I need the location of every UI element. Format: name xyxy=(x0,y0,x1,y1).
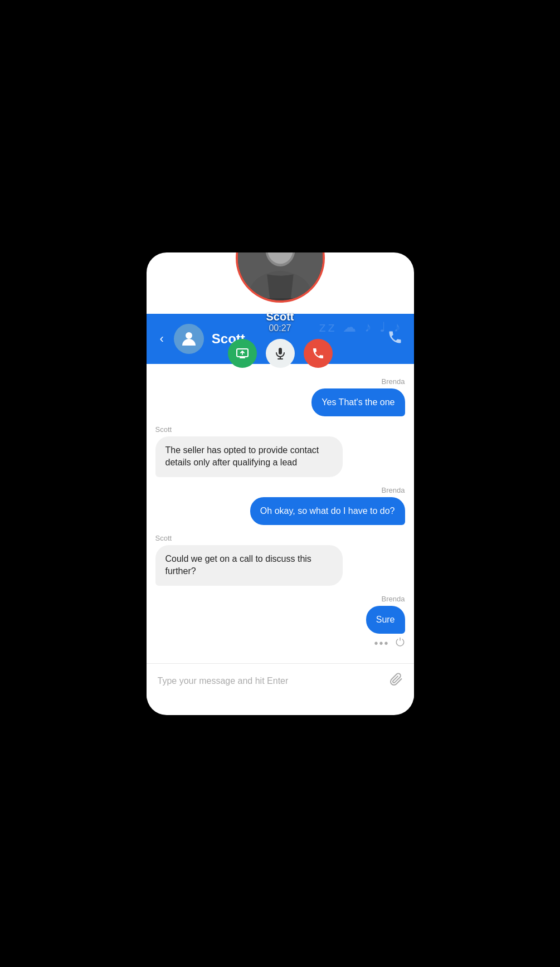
caller-name: Scott xyxy=(266,310,294,323)
screen-share-button[interactable] xyxy=(228,339,257,368)
svg-point-7 xyxy=(186,332,192,339)
caller-silhouette xyxy=(238,252,323,300)
message-bubble: Sure xyxy=(366,606,405,634)
message-sender: Brenda xyxy=(382,595,405,603)
power-icon[interactable] xyxy=(395,637,405,650)
message-sender: Scott xyxy=(155,534,172,542)
end-call-button[interactable] xyxy=(304,339,333,368)
message-bubble: Yes That's the one xyxy=(311,388,405,416)
avatar-icon xyxy=(179,329,199,349)
message-bubble: Could we get on a call to discuss this f… xyxy=(155,545,343,586)
call-timer: 00:27 xyxy=(266,323,294,333)
message-group: Scott The seller has opted to provide co… xyxy=(155,425,405,477)
end-call-icon xyxy=(311,347,325,360)
phone-wrapper: Scott 00:27 xyxy=(147,252,414,715)
message-group: Brenda Sure ••• xyxy=(155,595,405,650)
screen-share-icon xyxy=(236,347,249,360)
call-controls xyxy=(228,339,333,368)
message-group: Brenda Oh okay, so what do I have to do? xyxy=(155,486,405,525)
call-button[interactable] xyxy=(387,329,403,348)
messages-area: Brenda Yes That's the one Scott The sell… xyxy=(147,364,414,664)
top-section: Scott 00:27 xyxy=(147,252,414,364)
message-bubble: Oh okay, so what do I have to do? xyxy=(250,497,405,525)
caller-info: Scott 00:27 xyxy=(266,307,294,333)
mic-icon xyxy=(274,347,287,360)
contact-avatar xyxy=(174,324,204,354)
input-area xyxy=(147,663,414,698)
message-input[interactable] xyxy=(158,676,383,686)
message-sender: Scott xyxy=(155,425,172,434)
message-group: Scott Could we get on a call to discuss … xyxy=(155,534,405,586)
message-actions: ••• xyxy=(374,637,405,650)
attach-button[interactable] xyxy=(389,673,403,689)
svg-rect-4 xyxy=(279,348,282,354)
power-svg xyxy=(395,637,405,647)
message-sender: Brenda xyxy=(382,377,405,386)
caller-photo xyxy=(238,252,323,300)
call-overlay: Scott 00:27 xyxy=(225,252,336,368)
message-sender: Brenda xyxy=(382,486,405,494)
message-group: Brenda Yes That's the one xyxy=(155,377,405,416)
more-options-icon[interactable]: ••• xyxy=(374,637,389,650)
phone-icon xyxy=(387,329,403,345)
message-bubble: The seller has opted to provide contact … xyxy=(155,436,343,477)
caller-avatar-ring xyxy=(236,252,325,303)
paperclip-icon xyxy=(389,673,403,686)
back-button[interactable]: ‹ xyxy=(158,329,166,348)
mute-button[interactable] xyxy=(266,339,295,368)
